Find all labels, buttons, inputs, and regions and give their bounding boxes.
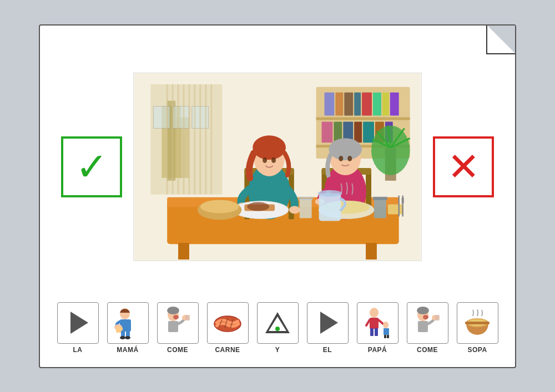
svg-rect-116 bbox=[418, 321, 428, 332]
svg-point-68 bbox=[329, 138, 362, 160]
svg-rect-112 bbox=[387, 335, 389, 338]
play-icon bbox=[70, 312, 88, 334]
symbol-carne[interactable]: CARNE bbox=[205, 302, 250, 354]
svg-point-114 bbox=[417, 307, 429, 314]
svg-rect-82 bbox=[319, 194, 341, 221]
svg-line-108 bbox=[379, 320, 383, 324]
svg-rect-27 bbox=[390, 93, 399, 116]
svg-rect-76 bbox=[374, 199, 386, 218]
symbol-bar: LA bbox=[51, 298, 504, 356]
symbol-y-label: Y bbox=[275, 346, 280, 354]
scene-illustration bbox=[133, 73, 422, 261]
svg-point-69 bbox=[339, 156, 343, 161]
symbol-la-label: LA bbox=[73, 346, 83, 354]
svg-rect-25 bbox=[373, 93, 381, 116]
svg-rect-62 bbox=[299, 197, 313, 200]
symbol-carne-label: CARNE bbox=[215, 346, 240, 354]
symbol-el-label: EL bbox=[323, 346, 332, 354]
symbol-papa-label: PAPÁ bbox=[368, 346, 387, 354]
cross-icon: ✕ bbox=[447, 147, 480, 186]
play-icon-2 bbox=[320, 312, 338, 334]
svg-rect-95 bbox=[168, 321, 178, 332]
svg-point-60 bbox=[200, 200, 239, 213]
symbol-come2[interactable]: COME bbox=[405, 302, 450, 354]
svg-rect-77 bbox=[373, 197, 387, 200]
symbol-sopa-label: SOPA bbox=[467, 346, 487, 354]
triangle-icon bbox=[265, 312, 290, 333]
symbol-sopa-box bbox=[457, 302, 498, 344]
svg-point-91 bbox=[125, 336, 130, 339]
svg-rect-118 bbox=[435, 315, 440, 320]
svg-point-70 bbox=[347, 156, 352, 161]
symbol-y[interactable]: Y bbox=[255, 302, 300, 354]
symbol-y-box bbox=[257, 302, 299, 344]
svg-rect-110 bbox=[384, 328, 389, 335]
symbol-la[interactable]: LA bbox=[55, 302, 100, 354]
symbol-papa[interactable]: PAPÁ bbox=[355, 302, 400, 354]
svg-point-58 bbox=[247, 202, 269, 211]
svg-point-53 bbox=[271, 157, 276, 163]
symbol-sopa[interactable]: SOPA bbox=[455, 302, 500, 354]
svg-rect-78 bbox=[388, 205, 403, 215]
svg-rect-45 bbox=[366, 243, 377, 259]
symbol-mama-label: MAMÁ bbox=[117, 346, 138, 354]
svg-rect-23 bbox=[354, 93, 361, 116]
svg-rect-97 bbox=[185, 315, 190, 320]
svg-point-52 bbox=[263, 157, 267, 163]
incorrect-button[interactable]: ✕ bbox=[433, 136, 494, 197]
symbol-carne-box bbox=[207, 302, 249, 344]
svg-point-90 bbox=[120, 336, 125, 339]
symbol-mama[interactable]: MAMÁ bbox=[105, 302, 150, 354]
svg-point-36 bbox=[371, 125, 410, 175]
svg-line-107 bbox=[366, 320, 370, 325]
svg-rect-106 bbox=[375, 328, 378, 336]
svg-rect-21 bbox=[335, 93, 343, 116]
svg-rect-28 bbox=[322, 121, 333, 142]
svg-rect-31 bbox=[354, 121, 362, 142]
svg-rect-104 bbox=[370, 318, 379, 329]
check-icon: ✓ bbox=[75, 147, 108, 186]
svg-point-94 bbox=[173, 315, 179, 319]
correct-button[interactable]: ✓ bbox=[61, 136, 122, 197]
svg-rect-61 bbox=[300, 199, 312, 218]
svg-rect-22 bbox=[344, 93, 353, 116]
symbol-el[interactable]: EL bbox=[305, 302, 350, 354]
svg-rect-20 bbox=[325, 93, 335, 116]
svg-point-103 bbox=[370, 308, 379, 318]
symbol-come1[interactable]: COME bbox=[155, 302, 200, 354]
svg-rect-6 bbox=[173, 106, 189, 129]
svg-point-93 bbox=[167, 307, 179, 314]
symbol-papa-box bbox=[357, 302, 398, 344]
symbol-come2-label: COME bbox=[417, 346, 438, 354]
svg-rect-105 bbox=[370, 328, 374, 336]
svg-rect-26 bbox=[382, 93, 389, 116]
svg-rect-111 bbox=[384, 335, 386, 338]
svg-point-83 bbox=[318, 190, 342, 197]
svg-rect-18 bbox=[316, 118, 410, 120]
symbol-mama-box bbox=[107, 302, 149, 344]
svg-rect-24 bbox=[362, 93, 372, 116]
symbol-come1-label: COME bbox=[167, 346, 188, 354]
svg-point-109 bbox=[383, 322, 389, 328]
symbol-la-box bbox=[57, 302, 99, 344]
main-content-area: ✓ bbox=[51, 37, 504, 298]
svg-rect-121 bbox=[465, 322, 490, 324]
svg-rect-44 bbox=[178, 243, 189, 259]
symbol-come1-box bbox=[157, 302, 199, 344]
svg-point-51 bbox=[253, 135, 286, 160]
symbol-el-box bbox=[307, 302, 349, 344]
symbol-come2-box bbox=[407, 302, 448, 344]
svg-point-55 bbox=[289, 206, 300, 214]
svg-point-115 bbox=[423, 315, 428, 319]
main-card: ✓ bbox=[39, 24, 516, 368]
